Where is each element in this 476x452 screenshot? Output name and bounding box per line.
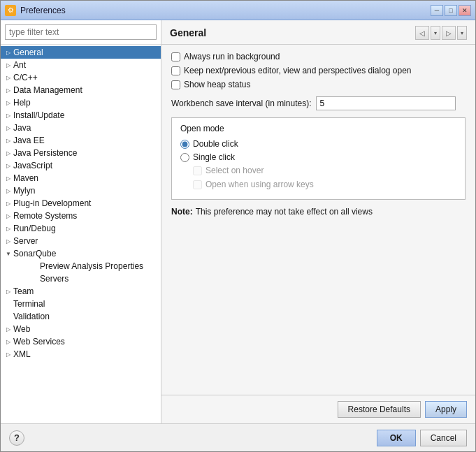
tree-label-java: Java — [13, 123, 158, 133]
tree-item-servers[interactable]: Servers — [1, 272, 161, 285]
tree-label-javascript: JavaScript — [13, 161, 158, 170]
note-bold: Note: — [171, 207, 193, 217]
tree-arrow-web: ▷ — [3, 324, 13, 334]
tree-item-sonarqube[interactable]: ▼SonarQube — [1, 247, 161, 260]
tree-arrow-cpp: ▷ — [3, 73, 13, 82]
tree-item-run-debug[interactable]: ▷Run/Debug — [1, 222, 161, 235]
always-run-label: Always run in background — [184, 52, 280, 61]
back-button[interactable]: ◁ — [415, 26, 429, 40]
show-heap-checkbox[interactable] — [171, 80, 180, 89]
tree-item-help[interactable]: ▷Help — [1, 96, 161, 109]
tree-arrow-java-ee: ▷ — [3, 136, 13, 145]
right-content: Always run in background Keep next/previ… — [161, 45, 475, 395]
back-dropdown-button[interactable]: ▾ — [431, 26, 440, 40]
tree-item-plugin-development[interactable]: ▷Plug-in Development — [1, 197, 161, 210]
restore-defaults-button[interactable]: Restore Defaults — [338, 401, 421, 418]
tree-label-ant: Ant — [13, 60, 158, 70]
tree-item-terminal[interactable]: Terminal — [1, 298, 161, 310]
right-footer: Restore Defaults Apply — [161, 395, 475, 423]
tree-arrow-javascript: ▷ — [3, 161, 13, 170]
checkbox-always-run: Always run in background — [171, 52, 466, 61]
ok-button[interactable]: OK — [377, 430, 416, 446]
tree-item-java-ee[interactable]: ▷Java EE — [1, 134, 161, 147]
tree-item-mylyn[interactable]: ▷Mylyn — [1, 184, 161, 197]
filter-input[interactable] — [5, 24, 157, 40]
tree-item-remote-systems[interactable]: ▷Remote Systems — [1, 210, 161, 222]
always-run-checkbox[interactable] — [171, 52, 180, 61]
tree-arrow-remote-systems: ▷ — [3, 211, 13, 221]
tree-item-preview-analysis[interactable]: Preview Analysis Properties — [1, 260, 161, 272]
window-title: Preferences — [20, 6, 66, 15]
help-button[interactable]: ? — [9, 430, 24, 446]
radio-single-click: Single click — [180, 152, 456, 162]
note-row: Note: This preference may not take effec… — [171, 207, 466, 217]
tree-arrow-team: ▷ — [3, 286, 13, 296]
show-heap-label: Show heap status — [184, 80, 250, 89]
tree-arrow-web-services: ▷ — [3, 337, 13, 347]
keep-next-label: Keep next/previous editor, view and pers… — [184, 66, 412, 75]
tree-label-preview-analysis: Preview Analysis Properties — [40, 261, 158, 271]
tree-arrow-run-debug: ▷ — [3, 224, 13, 233]
window-footer: ? OK Cancel — [1, 423, 475, 451]
tree-item-java-persistence[interactable]: ▷Java Persistence — [1, 147, 161, 159]
apply-button[interactable]: Apply — [425, 401, 467, 418]
tree-label-validation: Validation — [13, 312, 158, 321]
tree-arrow-plugin-development: ▷ — [3, 198, 13, 208]
tree-arrow-servers — [30, 274, 40, 284]
tree-item-general[interactable]: ▷General — [1, 46, 161, 59]
tree-item-web-services[interactable]: ▷Web Services — [1, 335, 161, 348]
tree-item-install-update[interactable]: ▷Install/Update — [1, 109, 161, 122]
open-arrow-keys-row: Open when using arrow keys — [193, 180, 456, 189]
tree-item-data-management[interactable]: ▷Data Management — [1, 84, 161, 96]
tree-label-general: General — [13, 48, 158, 57]
workbench-interval-input[interactable] — [316, 96, 456, 110]
workbench-row: Workbench save interval (in minutes): — [171, 96, 466, 110]
tree-item-javascript[interactable]: ▷JavaScript — [1, 159, 161, 172]
tree-item-web[interactable]: ▷Web — [1, 323, 161, 335]
content-area: ▷General▷Ant▷C/C++▷Data Management▷Help▷… — [1, 20, 475, 423]
tree-item-maven[interactable]: ▷Maven — [1, 172, 161, 184]
tree-label-cpp: C/C++ — [13, 73, 158, 82]
tree-item-ant[interactable]: ▷Ant — [1, 59, 161, 71]
right-header: General ◁ ▾ ▷ ▾ — [161, 20, 475, 45]
tree-item-xml[interactable]: ▷XML — [1, 348, 161, 360]
tree-label-install-update: Install/Update — [13, 110, 158, 120]
tree-arrow-general: ▷ — [3, 48, 13, 57]
select-on-hover-label: Select on hover — [205, 166, 264, 175]
tree-label-java-ee: Java EE — [13, 136, 158, 145]
tree-panel: ▷General▷Ant▷C/C++▷Data Management▷Help▷… — [1, 45, 161, 423]
tree-item-server[interactable]: ▷Server — [1, 235, 161, 247]
minimize-button[interactable]: ─ — [431, 5, 443, 16]
tree-label-data-management: Data Management — [13, 85, 158, 95]
tree-item-team[interactable]: ▷Team — [1, 285, 161, 298]
filter-wrap — [1, 20, 161, 45]
tree-item-java[interactable]: ▷Java — [1, 122, 161, 134]
open-mode-title: Open mode — [180, 124, 456, 133]
tree-label-terminal: Terminal — [13, 299, 158, 309]
single-click-radio[interactable] — [180, 153, 189, 162]
right-panel: General ◁ ▾ ▷ ▾ Always run in background… — [161, 20, 475, 423]
double-click-radio[interactable] — [180, 140, 189, 149]
window-icon: ⚙ — [5, 5, 16, 16]
forward-dropdown-button[interactable]: ▾ — [457, 26, 467, 40]
tree-arrow-mylyn: ▷ — [3, 186, 13, 196]
tree-item-cpp[interactable]: ▷C/C++ — [1, 71, 161, 84]
tree-label-web-services: Web Services — [13, 337, 158, 347]
cancel-button[interactable]: Cancel — [420, 430, 467, 446]
single-click-label: Single click — [193, 152, 235, 162]
tree-arrow-server: ▷ — [3, 236, 13, 246]
tree-label-run-debug: Run/Debug — [13, 224, 158, 233]
ok-cancel-buttons: OK Cancel — [377, 430, 467, 446]
close-button[interactable]: ✕ — [459, 5, 471, 16]
forward-button[interactable]: ▷ — [442, 26, 456, 40]
keep-next-checkbox[interactable] — [171, 66, 180, 75]
radio-double-click: Double click — [180, 139, 456, 149]
open-mode-box: Open mode Double click Single click Sele… — [171, 117, 466, 200]
tree-label-java-persistence: Java Persistence — [13, 148, 158, 158]
maximize-button[interactable]: □ — [445, 5, 457, 16]
select-on-hover-checkbox[interactable] — [193, 166, 202, 175]
tree-item-validation[interactable]: Validation — [1, 310, 161, 323]
open-arrow-keys-checkbox[interactable] — [193, 180, 202, 189]
tree-label-server: Server — [13, 236, 158, 246]
tree-label-web: Web — [13, 324, 158, 334]
